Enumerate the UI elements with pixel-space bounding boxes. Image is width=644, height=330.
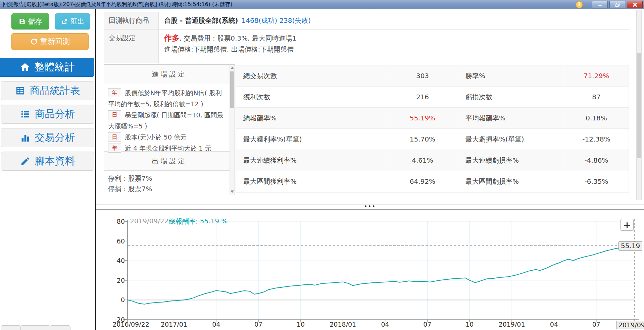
page-scrollbar[interactable] [636, 10, 642, 200]
stat-label: 最大獲利率%(單筆) [236, 129, 387, 150]
panel-scrollbar-thumb[interactable] [230, 71, 234, 108]
summary-row2-label: 交易設定 [104, 30, 159, 63]
refresh-icon [30, 38, 38, 45]
close-button[interactable] [627, 1, 643, 8]
minimize-button[interactable] [592, 1, 608, 8]
trade-settings-line2: 進場價格:下期開盤價, 出場價格:下期開盤價 [164, 44, 629, 55]
exit-settings-body: 停利 : 股票7% 停損 : 股票7% [104, 171, 235, 194]
x-axis-label: 04 [212, 321, 220, 328]
y-axis-label: 0 [121, 296, 125, 304]
x-axis-label: 2016/09/22 [112, 321, 149, 328]
period-tag: 年 [108, 144, 121, 153]
sidebar-item-pencil[interactable]: 腳本資料 [1, 152, 94, 171]
sidebar-item-bars[interactable]: 交易分析 [1, 128, 94, 147]
help-button[interactable]: ? [576, 1, 583, 8]
backtest-summary-table: 回測執行商品 台股 - 普通股全部(系統) 1468(成功) 238(失敗) 交… [104, 12, 629, 63]
list-icon [20, 109, 31, 119]
stat-value: 71.29% [564, 65, 629, 87]
close-icon [632, 2, 638, 8]
y-axis-label: 80 [117, 218, 125, 225]
stat-value: 87 [564, 87, 629, 108]
minimize-icon [597, 2, 603, 8]
y-axis-label: 60 [117, 237, 125, 245]
sidebar-item-label: 交易分析 [35, 131, 75, 145]
export-button[interactable]: 匯出 [55, 13, 90, 30]
chart-canvas: 806040200-202016/09/222017/010407102018/… [96, 210, 644, 330]
total-return-line [128, 246, 634, 304]
x-axis-label: 07 [254, 321, 262, 328]
window-controls: ? [576, 1, 643, 8]
stat-label: 總報酬率% [236, 108, 387, 129]
horizontal-splitter[interactable]: ••• [96, 205, 644, 210]
x-axis-label: 2018/01 [330, 321, 356, 328]
sidebar-item-list[interactable]: 商品分析 [1, 105, 94, 124]
page-scrollbar-thumb[interactable] [637, 53, 641, 158]
stat-label: 總交易次數 [236, 65, 387, 87]
stat-label: 最大連續虧損率% [458, 150, 564, 171]
summary-row1-label: 回測執行商品 [104, 12, 159, 30]
bars-icon [20, 132, 31, 143]
stat-value: 303 [387, 65, 458, 87]
save-button[interactable]: 儲存 [11, 13, 49, 30]
period-tag: 年 [108, 88, 121, 97]
rerun-backtest-button[interactable]: 重新回測 [11, 33, 89, 50]
sidebar-item-home[interactable]: 整體統計 [0, 58, 94, 77]
sidebar-nav: 整體統計商品統計表商品分析交易分析腳本資料 [0, 58, 95, 171]
direction-flag: 作多 [164, 34, 180, 42]
legend-series-value: 55.19 % [200, 217, 228, 226]
stat-value: 64.92% [387, 171, 458, 192]
sidebar-item-label: 整體統計 [35, 60, 75, 74]
entry-settings-header: 進場設定 [104, 65, 235, 84]
restore-button[interactable] [609, 1, 625, 8]
x-axis-label: 07 [423, 321, 431, 328]
toolbar: 儲存 匯出 重新回測 [0, 9, 95, 50]
floppy-icon [19, 18, 26, 25]
panel-scrollbar[interactable] [230, 65, 235, 195]
stat-value: -4.86% [564, 150, 629, 171]
stat-value: 15.70% [387, 129, 458, 150]
x-axis-label: 2019/01 [499, 321, 525, 328]
title-bar: 回測報告[選股](Beta版):207-股價低於N年平均股利的N倍[台股] (執… [0, 0, 644, 9]
pencil-icon [20, 156, 31, 166]
home-icon [20, 62, 30, 72]
stub-tab[interactable] [1, 325, 21, 330]
entry-condition: 日股本(元)小於 50 億元 [108, 132, 226, 143]
period-tag: 日 [108, 110, 121, 119]
sidebar-item-label: 腳本資料 [35, 154, 75, 168]
stub-tab[interactable] [50, 325, 70, 330]
restore-icon [614, 2, 621, 8]
entry-condition: 年近 4 年現金股利平均大於 1 元 [108, 143, 226, 154]
entry-condition: 年股價低於N年平均股利的N倍( 股利平均的年數=5, 股利的倍數=12 ) [108, 88, 226, 110]
x-axis-label: 10 [465, 321, 474, 328]
stat-value: 216 [387, 87, 458, 108]
stub-tab[interactable] [20, 325, 50, 330]
y-axis-label: 40 [117, 257, 125, 264]
stat-label: 虧損次數 [458, 87, 564, 108]
stat-value: 4.61% [387, 150, 458, 171]
stat-label: 獲利次數 [236, 87, 387, 108]
entry-conditions-list: 年股價低於N年平均股利的N倍( 股利平均的年數=5, 股利的倍數=12 )日暴量… [104, 84, 235, 151]
content-area: 回測執行商品 台股 - 普通股全部(系統) 1468(成功) 238(失敗) 交… [96, 9, 644, 330]
entry-condition: 日暴量剛起漲( 日期區間=10, 區間最大漲幅%=5 ) [108, 110, 226, 132]
stat-label: 最大區間獲利率% [236, 171, 387, 192]
success-fail-counts[interactable]: 1468(成功) 238(失敗) [242, 16, 311, 25]
crosshair-date: 2019/09/22 [130, 217, 168, 225]
exit-line: 停利 : 股票7% [108, 173, 231, 184]
x-axis-label: 2017/01 [161, 321, 187, 328]
equity-curve-chart[interactable]: 806040200-202016/09/222017/010407102018/… [96, 210, 644, 330]
stat-value: 0.18% [564, 108, 629, 129]
scroll-up-arrow-icon[interactable] [231, 67, 234, 69]
exit-line: 停損 : 股票7% [108, 184, 231, 194]
entry-exit-panel: 進場設定 年股價低於N年平均股利的N倍( 股利平均的年數=5, 股利的倍數=12… [104, 64, 235, 195]
overall-stats-table: 總交易次數303勝率%71.29%獲利次數216虧損次數87總報酬率%55.19… [236, 65, 629, 192]
stat-value: -12.38% [564, 129, 629, 150]
window-title: 回測報告[選股](Beta版):207-股價低於N年平均股利的N倍[台股] (執… [0, 1, 232, 8]
period-tag: 日 [108, 132, 121, 142]
bottom-stub-tabs [1, 325, 70, 330]
stat-label: 平均報酬率% [458, 108, 564, 129]
table-icon [15, 86, 26, 96]
scroll-down-arrow-icon[interactable] [231, 190, 234, 193]
sidebar-item-table[interactable]: 商品統計表 [1, 81, 94, 100]
x-axis-label: 04 [550, 321, 558, 328]
chart-zoom-button[interactable]: + [621, 219, 634, 231]
